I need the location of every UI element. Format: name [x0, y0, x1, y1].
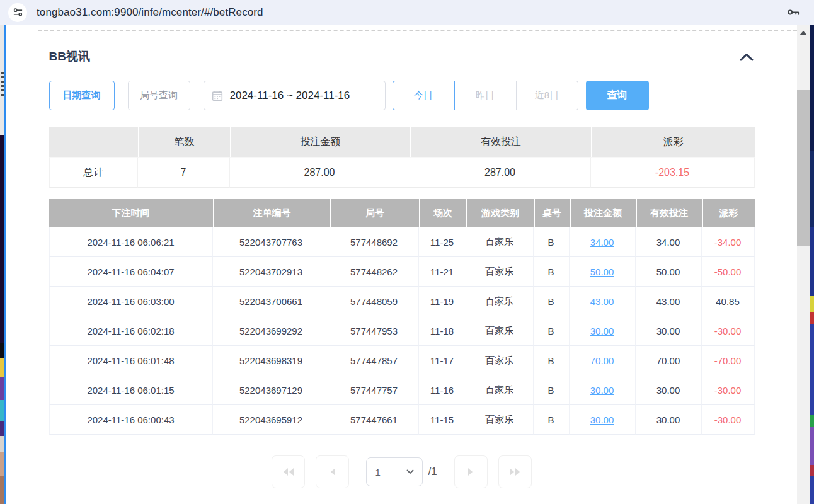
summary-total-count: 7 — [138, 158, 230, 188]
record-row: 2024-11-16 06:06:21522043707763577448692… — [49, 227, 755, 257]
date-query-tab[interactable]: 日期查询 — [49, 81, 115, 110]
page-select[interactable]: 1 — [366, 457, 423, 486]
summary-table: 笔数 投注金额 有效投注 派彩 总计 7 287.00 287.00 -203.… — [49, 127, 755, 188]
cell-table-no: B — [534, 375, 570, 405]
cell-bet-amount: 70.00 — [570, 346, 636, 375]
url-text[interactable]: tongbao31.com:9900/infe/mcenter/#/betRec… — [37, 6, 786, 19]
cell-round-id: 577447953 — [330, 316, 419, 346]
cell-bet-amount: 30.00 — [570, 316, 636, 346]
cell-game-type: 百家乐 — [466, 227, 534, 257]
record-row: 2024-11-16 06:04:07522043702913577448262… — [49, 257, 755, 287]
bet-amount-link[interactable]: 43.00 — [590, 296, 614, 307]
chevron-up-icon — [740, 53, 754, 61]
first-page-button[interactable] — [272, 455, 305, 488]
cell-payout: 40.85 — [702, 287, 755, 316]
cell-round-id: 577447757 — [330, 375, 419, 405]
password-manager-button[interactable] — [786, 5, 800, 20]
cell-order-id: 522043697129 — [213, 375, 330, 405]
column-header-session: 场次 — [419, 199, 466, 227]
column-header-order-id: 注单编号 — [213, 199, 330, 227]
cell-order-id: 522043702913 — [213, 257, 330, 287]
date-range-input[interactable]: 2024-11-16 ~ 2024-11-16 — [203, 81, 386, 110]
site-settings-button[interactable] — [8, 3, 27, 22]
today-button[interactable]: 今日 — [393, 81, 455, 110]
column-header-payout: 派彩 — [702, 199, 755, 227]
bet-amount-link[interactable]: 50.00 — [590, 266, 614, 277]
last-8-days-button[interactable]: 近8日 — [517, 81, 578, 110]
round-query-tab[interactable]: 局号查询 — [128, 81, 190, 110]
cell-bet-time: 2024-11-16 06:03:00 — [49, 287, 213, 316]
cell-valid-bet: 50.00 — [636, 257, 702, 287]
cell-bet-time: 2024-11-16 06:06:21 — [49, 227, 213, 257]
column-header-table-no: 桌号 — [534, 199, 570, 227]
summary-total-label: 总计 — [49, 158, 138, 188]
bet-amount-link[interactable]: 34.00 — [590, 237, 614, 248]
cell-order-id: 522043700661 — [213, 287, 330, 316]
records-table: 下注时间注单编号局号场次游戏类别桌号投注金额有效投注派彩 2024-11-16 … — [49, 199, 755, 435]
bet-amount-link[interactable]: 30.00 — [590, 326, 614, 336]
tune-sliders-icon — [13, 7, 23, 18]
cell-order-id: 522043699292 — [213, 316, 330, 346]
summary-header-row: 笔数 投注金额 有效投注 派彩 — [49, 127, 755, 158]
cell-game-type: 百家乐 — [466, 287, 534, 316]
cell-round-id: 577447661 — [330, 405, 419, 435]
cell-valid-bet: 43.00 — [636, 287, 702, 316]
date-range-value: 2024-11-16 ~ 2024-11-16 — [230, 89, 350, 102]
cell-bet-amount: 34.00 — [570, 227, 636, 257]
scrollbar-thumb[interactable] — [797, 90, 810, 246]
yesterday-button[interactable]: 昨日 — [455, 81, 517, 110]
page-title: BB视讯 — [49, 49, 90, 65]
scroll-up-arrow[interactable] — [800, 31, 807, 35]
cell-payout: -34.00 — [702, 227, 755, 257]
cell-game-type: 百家乐 — [466, 346, 534, 375]
bet-amount-link[interactable]: 30.00 — [590, 385, 614, 396]
cell-table-no: B — [534, 316, 570, 346]
cell-bet-amount: 30.00 — [570, 375, 636, 405]
pagination: 1 /1 — [49, 455, 755, 488]
scrollbar[interactable] — [797, 25, 810, 504]
quick-range-button-group: 今日 昨日 近8日 — [393, 81, 578, 110]
prev-page-button[interactable] — [316, 455, 349, 488]
bet-amount-link[interactable]: 70.00 — [590, 355, 614, 366]
cell-valid-bet: 30.00 — [636, 316, 702, 346]
record-row: 2024-11-16 06:03:00522043700661577448059… — [49, 287, 755, 316]
summary-header-bet-amount: 投注金额 — [230, 127, 410, 158]
collapse-button[interactable] — [738, 52, 755, 62]
last-page-button[interactable] — [498, 455, 532, 488]
cell-bet-amount: 50.00 — [570, 257, 636, 287]
cell-valid-bet: 30.00 — [636, 375, 702, 405]
cell-session: 11-25 — [419, 227, 466, 257]
panel-header: BB视讯 — [49, 48, 755, 66]
summary-header-count: 笔数 — [138, 127, 230, 158]
chevron-down-icon — [406, 469, 414, 474]
search-button[interactable]: 查询 — [586, 81, 649, 110]
cell-session: 11-18 — [419, 316, 466, 346]
key-icon — [786, 5, 800, 20]
dashed-divider — [38, 30, 797, 32]
record-row: 2024-11-16 06:00:43522043695912577447661… — [49, 405, 755, 435]
cell-bet-time: 2024-11-16 06:04:07 — [49, 257, 213, 287]
page-select-value: 1 — [375, 467, 380, 478]
column-header-bet-time: 下注时间 — [49, 199, 213, 227]
column-header-game-type: 游戏类别 — [466, 199, 534, 227]
cell-bet-time: 2024-11-16 06:01:15 — [49, 375, 213, 405]
screen: tongbao31.com:9900/infe/mcenter/#/betRec… — [0, 0, 814, 504]
arrow-left-icon — [329, 467, 336, 477]
column-header-bet-amount: 投注金额 — [570, 199, 636, 227]
cell-table-no: B — [534, 346, 570, 375]
page-total-label: /1 — [428, 466, 437, 478]
cell-payout: -50.00 — [702, 257, 755, 287]
summary-header-valid-bet: 有效投注 — [410, 127, 591, 158]
cell-bet-time: 2024-11-16 06:01:48 — [49, 346, 213, 375]
next-page-button[interactable] — [454, 455, 488, 488]
cell-payout: -30.00 — [702, 316, 755, 346]
summary-total-bet-amount: 287.00 — [230, 158, 410, 188]
bet-amount-link[interactable]: 30.00 — [590, 415, 614, 425]
calendar-icon — [212, 90, 223, 101]
summary-header-blank — [49, 127, 138, 158]
cell-round-id: 577448262 — [330, 257, 419, 287]
browser-address-bar: tongbao31.com:9900/infe/mcenter/#/betRec… — [0, 0, 814, 25]
cell-order-id: 522043698319 — [213, 346, 330, 375]
column-header-round-id: 局号 — [330, 199, 419, 227]
cell-game-type: 百家乐 — [466, 405, 534, 435]
